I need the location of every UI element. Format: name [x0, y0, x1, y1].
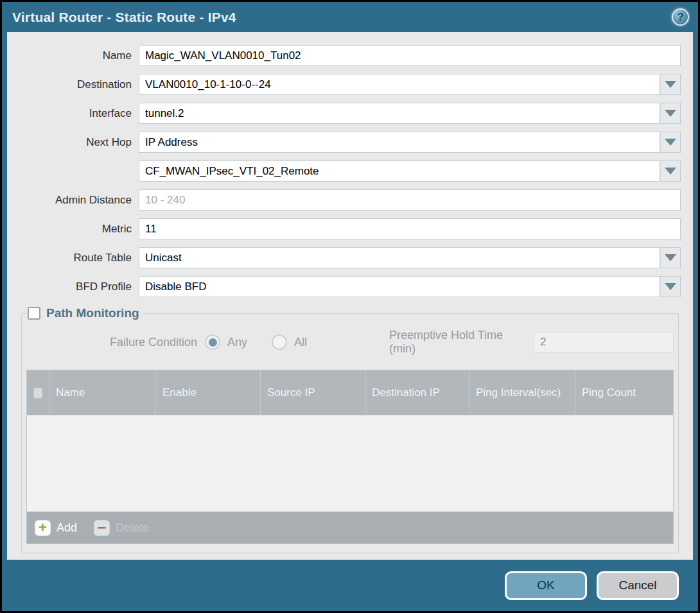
path-monitoring-checkbox[interactable]: [28, 307, 40, 320]
minus-icon: −: [94, 520, 110, 536]
delete-button: − Delete: [94, 520, 149, 536]
table-toolbar: + Add − Delete: [27, 512, 673, 544]
column-header-enable: Enable: [155, 370, 260, 415]
failure-condition-row: Failure Condition Any All Preemptive Hol…: [26, 329, 674, 356]
name-input[interactable]: [139, 45, 681, 66]
column-header-ping-count: Ping Count: [575, 370, 673, 415]
title-bar: Virtual Router - Static Route - IPv4 ?: [2, 2, 698, 32]
name-label: Name: [7, 49, 139, 62]
chevron-down-icon: [665, 139, 676, 146]
path-monitoring-title: Path Monitoring: [46, 306, 139, 320]
route-table-input[interactable]: [139, 247, 660, 268]
column-header-name: Name: [49, 370, 155, 415]
interface-label: Interface: [7, 107, 139, 120]
preemptive-hold-time-label: Preemptive Hold Time (min): [389, 329, 527, 356]
failure-condition-label: Failure Condition: [26, 336, 205, 349]
route-table-label: Route Table: [7, 252, 139, 264]
dialog-footer: OK Cancel: [2, 560, 698, 611]
table-body: [27, 415, 673, 512]
interface-dropdown-button[interactable]: [660, 103, 681, 124]
chevron-down-icon: [665, 81, 676, 88]
header-select-all-cell: [27, 370, 49, 415]
table-header: Name Enable Source IP Destination IP Pin…: [27, 370, 673, 415]
column-header-source-ip: Source IP: [260, 370, 365, 415]
failure-condition-all-option: All: [272, 334, 307, 350]
help-icon[interactable]: ?: [672, 8, 689, 26]
metric-input[interactable]: [139, 218, 681, 239]
failure-condition-any-option: Any: [205, 334, 247, 350]
path-monitoring-table: Name Enable Source IP Destination IP Pin…: [26, 370, 674, 544]
bfd-profile-input[interactable]: [139, 276, 660, 297]
preemptive-hold-time-input: [534, 332, 674, 353]
bfd-profile-row: BFD Profile: [7, 276, 681, 297]
next-hop-type-input[interactable]: [139, 132, 660, 153]
admin-distance-label: Admin Distance: [7, 194, 139, 207]
column-header-ping-interval: Ping Interval(sec): [469, 370, 575, 415]
add-button[interactable]: + Add: [35, 520, 77, 536]
chevron-down-icon: [665, 168, 676, 175]
route-table-dropdown-button[interactable]: [660, 247, 681, 268]
destination-label: Destination: [7, 78, 139, 91]
chevron-down-icon: [665, 110, 676, 117]
next-hop-dropdown-button[interactable]: [660, 132, 681, 153]
plus-icon: +: [35, 520, 51, 536]
metric-label: Metric: [7, 223, 139, 236]
route-table-row: Route Table: [7, 247, 681, 268]
select-all-checkbox: [33, 388, 42, 399]
interface-input[interactable]: [139, 103, 660, 124]
interface-row: Interface: [7, 103, 681, 124]
add-button-label: Add: [57, 521, 77, 535]
name-row: Name: [7, 45, 681, 66]
radio-any: [205, 334, 220, 350]
metric-row: Metric: [7, 218, 681, 239]
destination-input[interactable]: [139, 74, 660, 95]
path-monitoring-section: Path Monitoring Failure Condition Any Al…: [21, 306, 679, 553]
path-monitoring-legend: Path Monitoring: [26, 306, 143, 320]
destination-row: Destination: [7, 74, 681, 95]
next-hop-address-row: [7, 160, 681, 182]
radio-all: [272, 334, 287, 350]
chevron-down-icon: [665, 254, 676, 261]
next-hop-address-input[interactable]: [139, 160, 660, 182]
next-hop-row: Next Hop: [7, 132, 681, 153]
bfd-profile-dropdown-button[interactable]: [660, 276, 681, 297]
admin-distance-input[interactable]: [139, 189, 681, 211]
ok-button[interactable]: OK: [505, 571, 587, 600]
next-hop-address-dropdown-button[interactable]: [660, 160, 681, 182]
chevron-down-icon: [665, 283, 676, 290]
delete-button-label: Delete: [116, 521, 149, 535]
dialog-title: Virtual Router - Static Route - IPv4: [12, 10, 236, 25]
radio-all-label: All: [294, 336, 307, 349]
radio-any-label: Any: [227, 336, 247, 349]
bfd-profile-label: BFD Profile: [7, 281, 139, 293]
admin-distance-row: Admin Distance: [7, 189, 681, 211]
static-route-dialog: Virtual Router - Static Route - IPv4 ? N…: [0, 0, 700, 613]
dialog-body: Name Destination Interface Next Hop: [7, 32, 693, 560]
cancel-button[interactable]: Cancel: [597, 571, 679, 600]
destination-dropdown-button[interactable]: [660, 74, 681, 95]
column-header-destination-ip: Destination IP: [365, 370, 469, 415]
next-hop-label: Next Hop: [7, 136, 139, 149]
